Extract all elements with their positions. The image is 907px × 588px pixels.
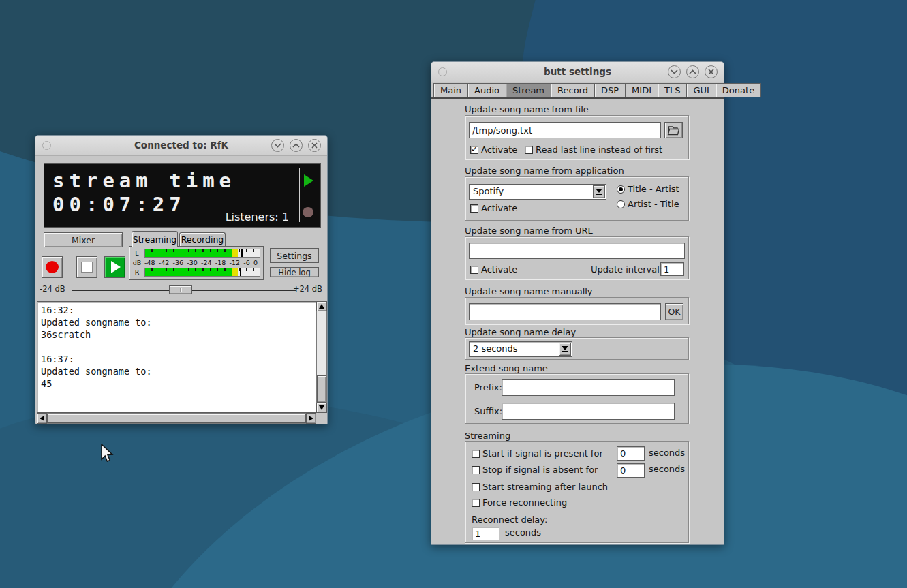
tab-recording[interactable]: Recording (179, 232, 226, 246)
settings-button[interactable]: Settings (270, 248, 319, 263)
url-activate-label: Activate (481, 264, 517, 275)
mixer-button[interactable]: Mixer (44, 232, 123, 247)
vu-left-label: L (129, 249, 144, 258)
tab-streaming[interactable]: Streaming (132, 231, 178, 247)
tab-donate[interactable]: Donate (716, 83, 761, 97)
prefix-label: Prefix: (474, 382, 499, 392)
play-icon (111, 261, 121, 273)
delay-dropdown[interactable]: 2 seconds (469, 341, 572, 357)
vu-tick: -6 (243, 258, 249, 267)
ok-button[interactable]: OK (665, 303, 683, 320)
dropdown-arrow-button[interactable] (559, 343, 571, 356)
streaming-section-label: Streaming (465, 431, 510, 441)
stop-if-signal-label: Stop if signal is absent for (482, 465, 598, 475)
lcd-listeners-count: Listeners: 1 (226, 211, 289, 223)
play-button[interactable] (104, 256, 125, 278)
vu-tick: -36 (173, 258, 184, 267)
maximize-button[interactable] (290, 139, 303, 152)
chevron-down-icon (671, 69, 678, 74)
reconnect-delay-input[interactable] (472, 527, 499, 540)
application-dropdown-value: Spotify (473, 186, 504, 196)
seconds-label: seconds (649, 464, 685, 474)
force-reconnect-label: Force reconnecting (482, 497, 567, 508)
start-signal-seconds-input[interactable] (617, 446, 645, 461)
app-activate-checkbox[interactable] (470, 204, 478, 213)
settings-titlebar[interactable]: butt settings (431, 62, 724, 82)
scroll-up-button[interactable] (316, 301, 327, 311)
streaming-active-icon (304, 174, 313, 187)
scroll-left-button[interactable] (37, 413, 47, 424)
stop-icon (81, 262, 93, 273)
tab-gui[interactable]: GUI (686, 83, 715, 97)
gain-slider-handle[interactable] (169, 285, 192, 294)
chevron-up-icon (292, 143, 300, 148)
log-area: 16:32: Updated songname to: 36scratch 16… (37, 301, 327, 424)
read-last-line-label: Read last line instead of first (536, 144, 662, 155)
mouse-cursor (100, 444, 115, 464)
tab-tls[interactable]: TLS (658, 83, 686, 97)
stop-if-signal-checkbox[interactable] (472, 466, 480, 474)
close-button[interactable] (705, 65, 718, 78)
reconnect-delay-label: Reconnect delay: (472, 514, 547, 525)
file-activate-checkbox[interactable] (470, 146, 478, 154)
scroll-down-button[interactable] (316, 403, 327, 413)
browse-file-button[interactable] (664, 122, 683, 138)
suffix-input[interactable] (502, 403, 675, 420)
url-activate-checkbox[interactable] (470, 266, 478, 274)
tab-record[interactable]: Record (551, 83, 594, 97)
tab-dsp[interactable]: DSP (594, 83, 625, 97)
song-url-input[interactable] (469, 243, 685, 259)
vertical-scroll-thumb[interactable] (317, 375, 326, 403)
scrollbar-corner (316, 413, 327, 424)
prefix-input[interactable] (502, 379, 675, 396)
hide-log-button[interactable]: Hide log (270, 267, 319, 277)
shade-button[interactable] (668, 65, 681, 78)
read-last-line-checkbox[interactable] (525, 146, 533, 154)
suffix-label: Suffix: (474, 406, 499, 416)
tab-midi[interactable]: MIDI (625, 83, 658, 97)
main-titlebar[interactable]: Connected to: RfK (35, 136, 327, 156)
shade-button[interactable] (271, 139, 284, 152)
settings-window: butt settings Main Audio Stream Record D… (431, 61, 724, 545)
start-if-signal-checkbox[interactable] (472, 450, 480, 458)
main-window: Connected to: RfK stream time 00:07:27 L… (35, 135, 328, 424)
tab-underline (431, 97, 724, 99)
artist-title-radio[interactable] (617, 200, 625, 208)
title-artist-radio[interactable] (617, 185, 625, 194)
log-line: 16:32: (41, 304, 316, 316)
record-button[interactable] (42, 256, 63, 278)
log-line: Updated songname to: (41, 316, 316, 328)
recording-idle-icon (303, 207, 313, 217)
start-after-launch-label: Start streaming after launch (482, 482, 608, 492)
stop-button[interactable] (76, 256, 97, 278)
gain-max-label: +24 dB (293, 284, 322, 294)
tab-audio[interactable]: Audio (467, 83, 506, 97)
tab-stream[interactable]: Stream (506, 83, 551, 97)
log-text[interactable]: 16:32: Updated songname to: 36scratch 16… (37, 301, 316, 413)
manual-section-label: Update song name manually (465, 286, 593, 296)
close-button[interactable] (308, 139, 321, 152)
vu-tick: -48 (144, 258, 155, 267)
gain-min-label: -24 dB (40, 284, 65, 294)
close-icon (311, 142, 318, 149)
vu-tick: -42 (159, 258, 170, 267)
record-icon (46, 261, 59, 273)
url-section-label: Update song name from URL (465, 226, 593, 236)
vu-tick: -30 (187, 258, 198, 267)
application-dropdown[interactable]: Spotify (469, 184, 606, 200)
update-interval-input[interactable] (660, 262, 684, 276)
horizontal-scroll-thumb[interactable] (47, 414, 306, 423)
force-reconnect-checkbox[interactable] (472, 499, 480, 507)
start-after-launch-checkbox[interactable] (472, 483, 480, 491)
settings-tab-bar: Main Audio Stream Record DSP MIDI TLS GU… (433, 83, 761, 97)
maximize-button[interactable] (686, 65, 699, 78)
song-file-input[interactable] (469, 122, 661, 138)
lcd-display: stream time 00:07:27 Listeners: 1 (44, 163, 321, 228)
dropdown-arrow-button[interactable] (593, 185, 605, 198)
tab-main[interactable]: Main (433, 83, 467, 97)
extend-section-group: Prefix: Suffix: (465, 373, 689, 424)
chevron-down-icon (562, 346, 568, 350)
manual-song-input[interactable] (469, 303, 661, 320)
scroll-right-button[interactable] (306, 413, 316, 424)
stop-signal-seconds-input[interactable] (617, 463, 645, 478)
